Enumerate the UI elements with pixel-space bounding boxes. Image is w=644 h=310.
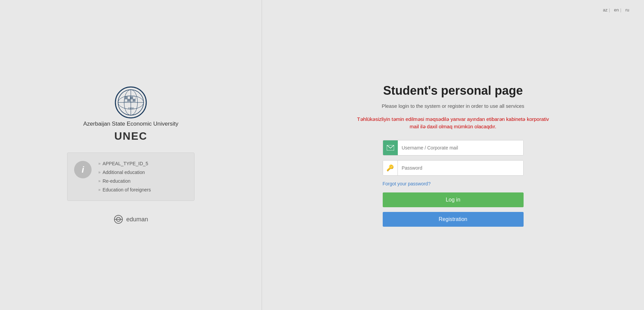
svg-rect-11: [127, 99, 130, 102]
register-button[interactable]: Registration: [383, 212, 524, 227]
list-item-label: Re-education: [103, 178, 130, 184]
info-box: i » APPEAL_TYPE_ID_5 » Additional educat…: [67, 152, 195, 201]
login-form: 🔑 Forgot your password? Log in Registrat…: [383, 140, 524, 227]
svg-text:1930: 1930: [128, 107, 134, 110]
username-input[interactable]: [398, 140, 523, 155]
left-panel: 1930 Azerbaijan State Economic Universit…: [0, 0, 262, 310]
lang-en[interactable]: en: [613, 7, 623, 13]
svg-rect-12: [130, 99, 133, 102]
username-input-wrapper: [383, 140, 524, 156]
info-list: » APPEAL_TYPE_ID_5 » Additional educatio…: [98, 161, 151, 192]
svg-rect-9: [133, 96, 136, 99]
list-item-label: Additional education: [103, 170, 145, 175]
list-item[interactable]: » Additional education: [98, 170, 151, 175]
svg-rect-10: [125, 99, 127, 102]
university-name: Azerbaijan State Economic University: [83, 121, 178, 127]
password-input[interactable]: [398, 161, 523, 175]
list-item-label: APPEAL_TYPE_ID_5: [103, 161, 148, 166]
eduman-label: eduman: [126, 216, 148, 223]
svg-rect-7: [127, 96, 130, 99]
login-button[interactable]: Log in: [383, 192, 524, 207]
eduman-logo: eduman: [113, 214, 148, 224]
unec-title: UNEC: [114, 130, 148, 142]
key-icon: 🔑: [383, 161, 398, 175]
svg-rect-8: [130, 96, 133, 99]
language-switcher: az en ru: [601, 7, 631, 13]
chevron-double-icon: »: [98, 179, 101, 183]
list-item[interactable]: » APPEAL_TYPE_ID_5: [98, 161, 151, 166]
page-subtitle: Please login to the system or register i…: [382, 103, 524, 109]
list-item[interactable]: » Re-education: [98, 178, 151, 184]
svg-rect-13: [133, 99, 136, 102]
svg-rect-6: [125, 96, 127, 99]
email-icon: [383, 140, 398, 155]
lang-ru[interactable]: ru: [624, 7, 631, 13]
page-title: Student's personal page: [383, 84, 523, 98]
chevron-double-icon: »: [98, 187, 101, 192]
list-item-label: Education of foreigners: [103, 187, 151, 192]
info-icon: i: [74, 161, 92, 178]
university-logo: 1930: [114, 86, 148, 121]
chevron-double-icon: »: [98, 170, 101, 175]
password-input-wrapper: 🔑: [383, 160, 524, 176]
lang-az[interactable]: az: [601, 7, 611, 13]
chevron-double-icon: »: [98, 161, 101, 166]
alert-message: Təhlükəsizliyin təmin edilməsi məqsədilə…: [356, 116, 550, 131]
list-item[interactable]: » Education of foreigners: [98, 187, 151, 192]
right-panel: Student's personal page Please login to …: [262, 0, 644, 310]
forgot-password-link[interactable]: Forgot your password?: [383, 181, 524, 186]
